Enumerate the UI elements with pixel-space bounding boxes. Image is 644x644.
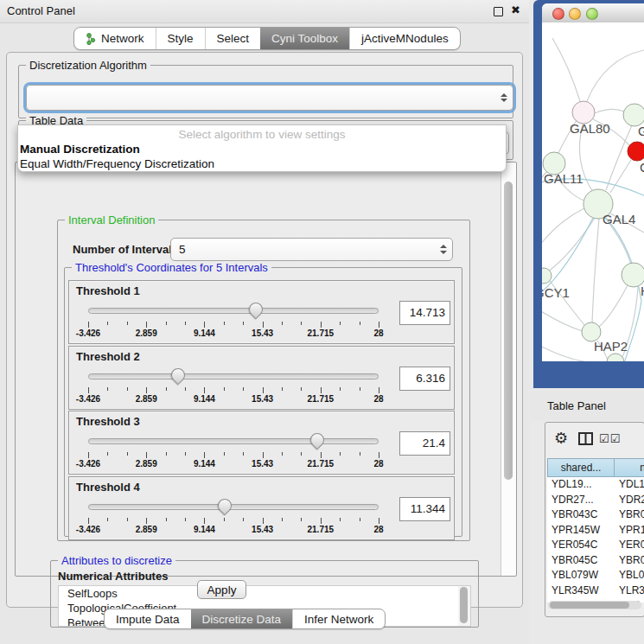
tab-label: Infer Network [304,613,373,626]
tab-impute-data[interactable]: Impute Data [105,609,191,628]
minimize-traffic-light-icon[interactable] [569,8,581,20]
close-traffic-light-icon[interactable] [552,8,564,20]
tick-mark [88,322,89,328]
dropdown-item-equal-width-frequency-discretization[interactable]: Equal Width/Frequency Discretization [18,156,506,171]
tick-mark [204,387,205,393]
cell-shared-name: YBR043C [552,507,614,523]
tick-mark [146,322,147,328]
table-row[interactable]: YBR045CYBR0 [547,553,644,569]
attribute-item-selfloops[interactable]: SelfLoops [59,586,470,601]
close-icon[interactable]: ✖ [511,3,520,16]
combo-stepper-icon [499,86,509,110]
slider-thumb[interactable] [246,300,266,320]
tick-mark [340,322,341,325]
tick-mark [107,322,108,325]
list-scrollbar[interactable] [458,586,470,626]
tick-mark [224,518,225,521]
split-view-icon[interactable] [578,432,593,449]
tick-mark [321,452,322,458]
table-row[interactable]: YDR27...YDR2 [547,493,644,508]
tick-label: 28 [373,394,383,404]
threshold-slider[interactable] [88,366,379,386]
network-edge[interactable] [542,208,584,249]
cyni-mode-tabs: Impute DataDiscretize DataInfer Network [104,609,386,629]
network-edge[interactable] [552,38,580,101]
table-row[interactable]: YBL079WYBL0 [547,568,644,583]
table-horizontal-scrollbar-thumb[interactable] [550,602,629,609]
tab-label: Network [101,32,144,45]
tab-discretize-data[interactable]: Discretize Data [191,609,293,628]
column-header-shared-[interactable]: shared... [547,458,615,477]
tab-network[interactable]: Network [74,28,156,49]
zoom-traffic-light-icon[interactable] [586,8,598,20]
tick-label: -3.426 [76,394,100,404]
tick-mark [301,387,302,391]
tick-mark [127,452,128,456]
tab-cyni-toolbox[interactable]: Cyni Toolbox [260,28,349,49]
slider-thumb[interactable] [308,430,328,450]
network-edge[interactable] [610,160,631,193]
tick-label: 28 [373,328,383,338]
threshold-value-field[interactable]: 11.344 [399,497,450,521]
network-node[interactable] [607,354,624,361]
slider-track[interactable] [88,504,379,510]
table-row[interactable]: YPR145WYPR1 [547,523,644,539]
slider-ticks [88,387,379,394]
tick-mark [282,452,283,456]
dropdown-item-manual-discretization[interactable]: Manual Discretization [18,142,506,156]
tab-select[interactable]: Select [205,28,261,49]
column-header-na[interactable]: na [614,458,644,477]
table-horizontal-scrollbar[interactable] [548,601,641,609]
threshold-value-field[interactable]: 21.4 [399,431,450,456]
panel-title: Control Panel [7,4,75,17]
threshold-label: Threshold 3 [76,415,140,428]
threshold-value-field[interactable]: 14.713 [399,301,450,325]
network-edge[interactable] [592,219,599,323]
panel-scrollbar-thumb[interactable] [504,182,513,480]
network-graph[interactable]: GAL80GACGAL11GAL4GCY1HHAP2 [542,22,644,361]
network-edge[interactable] [542,309,583,331]
node-label-gcy1: GCY1 [542,285,570,300]
table-row[interactable]: YER054CYER0 [547,538,644,553]
network-edge[interactable] [587,50,644,101]
slider-thumb[interactable] [215,495,235,515]
float-window-icon[interactable] [494,7,503,16]
table-row[interactable]: YDL19...YDL1 [547,477,644,493]
threshold-value-field[interactable]: 6.316 [399,367,450,391]
slider-track[interactable] [88,308,379,314]
table-row[interactable]: YLR345WYLR3 [547,583,644,599]
tick-label: 28 [373,459,383,469]
network-edge[interactable] [599,285,628,327]
algorithm-select[interactable] [26,85,513,111]
network-window-titlebar[interactable] [542,3,644,23]
tab-infer-network[interactable]: Infer Network [292,609,385,628]
apply-button[interactable]: Apply [197,580,246,599]
tick-mark [185,322,186,325]
tab-jactivemnodules[interactable]: jActiveMNodules [349,28,460,49]
network-canvas[interactable]: GAL80GACGAL11GAL4GCY1HHAP2 [542,22,644,361]
slider-tick-labels: -3.4262.8599.14415.4321.71528 [88,394,379,405]
cell-shared-name: YPR145W [552,523,614,539]
network-edge[interactable] [542,344,589,361]
table-row[interactable]: YBR043CYBR0 [547,507,644,523]
control-panel-tabs: NetworkStyleSelectCyni ToolboxjActiveMNo… [73,27,461,50]
tick-mark [166,452,167,456]
network-node-c[interactable] [628,142,644,161]
slider-thumb[interactable] [169,365,188,385]
slider-track[interactable] [88,373,379,379]
tick-mark [127,387,128,391]
threshold-slider[interactable] [88,496,379,517]
tab-style[interactable]: Style [156,28,205,49]
slider-track[interactable] [88,438,379,444]
network-edge[interactable] [595,109,624,113]
number-of-intervals-select[interactable]: 5 [170,238,453,261]
list-scrollbar-thumb[interactable] [460,587,468,623]
threshold-slider[interactable] [88,430,379,451]
network-edge[interactable] [547,218,595,272]
gear-icon[interactable]: ⚙ [554,429,568,447]
panel-scrollbar[interactable] [501,163,516,576]
tick-mark [243,387,244,391]
threshold-slider[interactable] [88,300,379,321]
select-columns-icon[interactable]: ☑☑ [599,432,621,445]
control-panel-titlebar: Control Panel ✖ [0,0,529,23]
